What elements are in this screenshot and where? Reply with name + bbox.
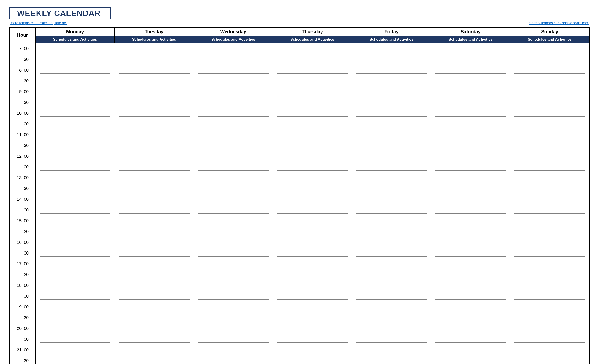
- schedule-cell[interactable]: [35, 151, 115, 162]
- schedule-cell[interactable]: [35, 216, 115, 226]
- schedule-cell[interactable]: [115, 119, 194, 129]
- schedule-cell[interactable]: [35, 43, 115, 54]
- schedule-cell[interactable]: [273, 194, 352, 205]
- schedule-cell[interactable]: [35, 291, 115, 302]
- schedule-cell[interactable]: [115, 129, 194, 140]
- schedule-cell[interactable]: [115, 259, 194, 269]
- schedule-cell[interactable]: [194, 237, 273, 248]
- schedule-cell[interactable]: [115, 323, 194, 334]
- schedule-cell[interactable]: [510, 323, 589, 334]
- schedule-cell[interactable]: [510, 140, 589, 151]
- schedule-cell[interactable]: [352, 108, 431, 119]
- schedule-cell[interactable]: [115, 183, 194, 194]
- schedule-cell[interactable]: [35, 280, 115, 291]
- schedule-cell[interactable]: [510, 151, 589, 162]
- schedule-cell[interactable]: [510, 129, 589, 140]
- schedule-cell[interactable]: [35, 97, 115, 108]
- schedule-cell[interactable]: [431, 248, 510, 259]
- schedule-cell[interactable]: [352, 269, 431, 280]
- schedule-cell[interactable]: [115, 76, 194, 86]
- schedule-cell[interactable]: [510, 302, 589, 312]
- schedule-cell[interactable]: [115, 173, 194, 183]
- schedule-cell[interactable]: [273, 216, 352, 226]
- schedule-cell[interactable]: [35, 302, 115, 312]
- schedule-cell[interactable]: [431, 237, 510, 248]
- schedule-cell[interactable]: [273, 97, 352, 108]
- schedule-cell[interactable]: [273, 334, 352, 345]
- schedule-cell[interactable]: [273, 312, 352, 323]
- schedule-cell[interactable]: [35, 355, 115, 364]
- schedule-cell[interactable]: [35, 259, 115, 269]
- schedule-cell[interactable]: [194, 345, 273, 355]
- schedule-cell[interactable]: [510, 162, 589, 173]
- schedule-cell[interactable]: [115, 302, 194, 312]
- schedule-cell[interactable]: [510, 248, 589, 259]
- schedule-cell[interactable]: [35, 237, 115, 248]
- schedule-cell[interactable]: [510, 237, 589, 248]
- schedule-cell[interactable]: [510, 269, 589, 280]
- schedule-cell[interactable]: [115, 216, 194, 226]
- schedule-cell[interactable]: [273, 237, 352, 248]
- schedule-cell[interactable]: [35, 140, 115, 151]
- schedule-cell[interactable]: [510, 119, 589, 129]
- schedule-cell[interactable]: [273, 54, 352, 65]
- schedule-cell[interactable]: [194, 151, 273, 162]
- schedule-cell[interactable]: [273, 140, 352, 151]
- schedule-cell[interactable]: [273, 43, 352, 54]
- schedule-cell[interactable]: [35, 334, 115, 345]
- schedule-cell[interactable]: [194, 334, 273, 345]
- schedule-cell[interactable]: [431, 162, 510, 173]
- schedule-cell[interactable]: [35, 269, 115, 280]
- schedule-cell[interactable]: [352, 237, 431, 248]
- schedule-cell[interactable]: [510, 97, 589, 108]
- schedule-cell[interactable]: [431, 205, 510, 216]
- schedule-cell[interactable]: [273, 65, 352, 76]
- schedule-cell[interactable]: [194, 355, 273, 364]
- schedule-cell[interactable]: [510, 183, 589, 194]
- schedule-cell[interactable]: [273, 183, 352, 194]
- schedule-cell[interactable]: [431, 334, 510, 345]
- schedule-cell[interactable]: [273, 108, 352, 119]
- schedule-cell[interactable]: [35, 194, 115, 205]
- schedule-cell[interactable]: [352, 259, 431, 269]
- schedule-cell[interactable]: [194, 269, 273, 280]
- schedule-cell[interactable]: [510, 355, 589, 364]
- schedule-cell[interactable]: [431, 216, 510, 226]
- schedule-cell[interactable]: [194, 259, 273, 269]
- schedule-cell[interactable]: [510, 86, 589, 97]
- schedule-cell[interactable]: [352, 248, 431, 259]
- schedule-cell[interactable]: [35, 54, 115, 65]
- schedule-cell[interactable]: [431, 312, 510, 323]
- schedule-cell[interactable]: [352, 345, 431, 355]
- schedule-cell[interactable]: [352, 151, 431, 162]
- schedule-cell[interactable]: [352, 291, 431, 302]
- schedule-cell[interactable]: [194, 54, 273, 65]
- schedule-cell[interactable]: [194, 312, 273, 323]
- schedule-cell[interactable]: [115, 43, 194, 54]
- link-more-templates[interactable]: more templates at exceltemplate.net: [9, 21, 68, 25]
- schedule-cell[interactable]: [431, 323, 510, 334]
- schedule-cell[interactable]: [35, 65, 115, 76]
- schedule-cell[interactable]: [194, 119, 273, 129]
- schedule-cell[interactable]: [35, 248, 115, 259]
- schedule-cell[interactable]: [273, 269, 352, 280]
- schedule-cell[interactable]: [35, 345, 115, 355]
- schedule-cell[interactable]: [431, 151, 510, 162]
- schedule-cell[interactable]: [115, 248, 194, 259]
- schedule-cell[interactable]: [431, 183, 510, 194]
- schedule-cell[interactable]: [352, 216, 431, 226]
- schedule-cell[interactable]: [273, 226, 352, 237]
- schedule-cell[interactable]: [273, 151, 352, 162]
- schedule-cell[interactable]: [510, 345, 589, 355]
- schedule-cell[interactable]: [352, 312, 431, 323]
- schedule-cell[interactable]: [273, 248, 352, 259]
- schedule-cell[interactable]: [194, 194, 273, 205]
- schedule-cell[interactable]: [352, 302, 431, 312]
- schedule-cell[interactable]: [273, 86, 352, 97]
- schedule-cell[interactable]: [194, 205, 273, 216]
- schedule-cell[interactable]: [431, 269, 510, 280]
- schedule-cell[interactable]: [194, 140, 273, 151]
- schedule-cell[interactable]: [352, 65, 431, 76]
- schedule-cell[interactable]: [35, 323, 115, 334]
- schedule-cell[interactable]: [352, 162, 431, 173]
